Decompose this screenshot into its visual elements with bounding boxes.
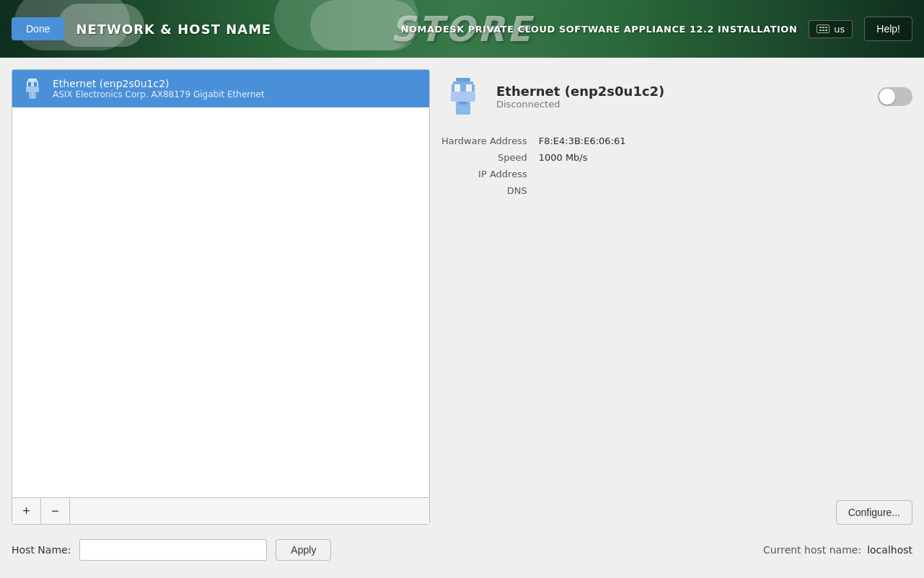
speed-label: Speed [441,152,527,163]
svg-rect-9 [453,81,473,84]
host-name-input[interactable] [79,539,267,561]
ethernet-icon-large [441,75,485,118]
list-controls: + − [12,497,429,524]
speed-value: 1000 Mb/s [539,152,912,163]
hardware-address-label: Hardware Address [441,135,527,146]
network-item[interactable]: Ethernet (enp2s0u1c2) ASIX Electronics C… [12,70,429,107]
keyboard-icon [817,25,830,33]
configure-button[interactable]: Configure... [836,500,912,525]
svg-rect-11 [472,84,475,92]
remove-network-button[interactable]: − [41,498,70,524]
svg-rect-8 [456,78,470,81]
add-network-button[interactable]: + [12,498,41,524]
device-detail-panel: Ethernet (enp2s0u1c2) Disconnected Hardw… [441,69,912,525]
ip-address-label: IP Address [441,169,527,179]
current-host-value: localhost [867,544,912,556]
hardware-address-value: F8:E4:3B:E6:06:61 [539,135,912,146]
svg-rect-4 [31,82,34,86]
toggle-knob [879,89,895,105]
svg-rect-5 [26,86,39,92]
network-item-desc: ASIX Electronics Corp. AX88179 Gigabit E… [53,89,265,99]
device-status: Disconnected [496,99,866,110]
bottom-bar: Host Name: Apply Current host name: loca… [12,533,912,566]
apply-button[interactable]: Apply [276,539,331,561]
svg-rect-15 [459,102,467,105]
network-item-info: Ethernet (enp2s0u1c2) ASIX Electronics C… [53,78,265,99]
help-button[interactable]: Help! [864,17,912,41]
main-content: Ethernet (enp2s0u1c2) ASIX Electronics C… [0,58,924,578]
current-host-label: Current host name: [763,544,861,556]
host-name-label: Host Name: [12,544,71,556]
keyboard-selector[interactable]: us [809,20,853,38]
keyboard-locale: us [834,24,845,35]
ip-address-value [539,169,912,179]
device-name: Ethernet (enp2s0u1c2) [496,84,866,99]
header: Done NETWORK & HOST NAME STORE NOMADESK … [0,0,924,58]
current-host-area: Current host name: localhost [763,544,912,556]
device-details: Hardware Address F8:E4:3B:E6:06:61 Speed… [441,130,912,202]
svg-rect-1 [27,81,38,82]
device-header: Ethernet (enp2s0u1c2) Disconnected [441,69,912,130]
network-list: Ethernet (enp2s0u1c2) ASIX Electronics C… [12,70,429,497]
done-button[interactable]: Done [12,17,64,40]
app-title: NOMADESK PRIVATE CLOUD SOFTWARE APPLIANC… [401,24,798,35]
svg-rect-10 [452,84,454,92]
content-area: Ethernet (enp2s0u1c2) ASIX Electronics C… [12,69,912,525]
toggle-switch[interactable] [878,87,912,106]
svg-rect-2 [27,82,28,86]
svg-rect-13 [451,92,475,102]
device-title-area: Ethernet (enp2s0u1c2) Disconnected [496,84,866,110]
page-title: NETWORK & HOST NAME [76,22,271,37]
svg-rect-3 [37,82,38,86]
dns-value [539,185,912,196]
svg-rect-12 [460,84,466,92]
network-list-panel: Ethernet (enp2s0u1c2) ASIX Electronics C… [12,69,430,525]
network-item-name: Ethernet (enp2s0u1c2) [53,78,265,89]
ethernet-icon-small [21,77,44,100]
svg-rect-0 [28,79,37,81]
dns-label: DNS [441,185,527,196]
